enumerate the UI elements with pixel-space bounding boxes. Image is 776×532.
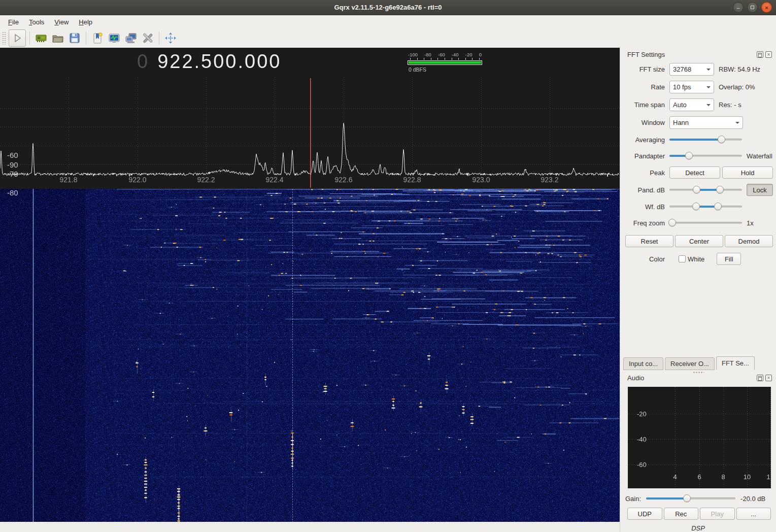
title-bar: Gqrx v2.11.5-12-g6e92a6a76 - rtl=0 – × [0,0,776,15]
averaging-label: Averaging [625,136,665,144]
reset-button[interactable]: Reset [625,235,673,247]
meter-tick-label: 0 [479,52,482,57]
fullscreen-button[interactable] [163,30,178,46]
bookmarks-button[interactable] [90,30,105,46]
color-label: Color [625,255,665,263]
open-file-button[interactable] [50,30,65,46]
rate-select[interactable]: 10 fps [669,81,714,93]
frequency-value[interactable]: 922.500.000 [157,51,281,73]
float-panel-icon[interactable] [757,51,763,58]
pand-db-label: Pand. dB [625,186,665,194]
meter-tick-label: -80 [424,52,431,57]
audio-db-label: -40 [637,436,647,443]
play-button[interactable]: Play [700,508,735,520]
range-high-handle[interactable] [714,203,722,210]
audio-freq-label: 8 [721,473,725,481]
meter-tick-label: -60 [438,52,445,57]
peak-hold-button[interactable]: Hold [722,167,773,179]
dsp-footer-label: DSP [620,524,776,532]
io-devices-button[interactable] [33,30,49,46]
close-panel-icon[interactable]: × [765,51,772,58]
window-select[interactable]: Hann [669,116,743,129]
freq-axis-label: 922.0 [128,176,146,184]
range-low-handle[interactable] [692,203,700,210]
udp-button[interactable]: UDP [627,508,662,520]
audio-gain-slider[interactable] [646,494,735,503]
freq-zoom-slider[interactable] [669,219,742,227]
range-high-handle[interactable] [716,186,724,193]
freq-zoom-label: Freq zoom [625,219,665,227]
dock-tab-bar: Input co... Receiver O... FFT Se... [620,357,776,370]
pandapter[interactable]: 0 922.500.000 -100 -80 -60 -40 -20 0 0 d… [0,48,620,189]
gain-label: Gain: [625,495,641,503]
fft-settings-title: FFT Settings [627,51,757,58]
tab-input-controls[interactable]: Input co... [623,357,663,370]
rate-label: Rate [625,83,665,91]
tools-button[interactable] [140,30,155,46]
db-axis-label: -80 [7,188,18,197]
fill-button[interactable]: Fill [717,253,741,265]
center-button[interactable]: Center [675,235,723,247]
rec-button[interactable]: Rec [664,508,699,520]
close-panel-icon[interactable]: × [765,375,772,381]
start-dsp-button[interactable] [9,29,26,47]
bottom-strip [0,522,620,532]
menu-bar: File Tools View Help [0,15,776,28]
freq-axis-label: 922.6 [334,176,352,184]
minimize-button[interactable]: – [733,2,744,13]
peak-detect-button[interactable]: Detect [669,167,720,179]
frequency-display[interactable]: 0 922.500.000 [137,51,281,73]
lock-button[interactable]: Lock [747,184,773,196]
averaging-slider[interactable] [669,136,742,144]
chevron-down-icon [735,122,739,124]
wrench-screwdriver-icon [141,31,154,45]
pand-db-range-slider[interactable] [669,186,742,194]
screenshot-button[interactable] [123,30,139,46]
time-span-select[interactable]: Auto [669,98,714,111]
play-icon [12,32,23,44]
float-panel-icon[interactable] [757,375,763,381]
waterfall[interactable] [0,189,620,522]
gqrx-window: Gqrx v2.11.5-12-g6e92a6a76 - rtl=0 – × F… [0,0,776,532]
toolbar-grip[interactable] [2,31,6,45]
chevron-down-icon [706,104,711,106]
white-checkbox-label: White [688,255,704,263]
wf-db-range-slider[interactable] [669,203,742,211]
fft-size-select[interactable]: 32768 [669,63,714,76]
tab-fft-settings[interactable]: FFT Se... [716,356,755,370]
fft-size-label: FFT size [625,65,665,73]
slider-handle[interactable] [668,219,676,226]
bookmark-icon [91,31,104,45]
pandapter-waterfall-slider[interactable] [669,152,742,160]
dock-splitter-handle[interactable] [620,371,776,374]
meter-caption: 0 dBFS [408,66,482,73]
slider-handle[interactable] [718,136,725,143]
audio-freq-label: 10 [744,473,751,481]
freq-axis-label: 923.2 [541,176,558,184]
maximize-button[interactable] [747,2,758,13]
menu-file[interactable]: File [3,16,24,28]
menu-tools[interactable]: Tools [24,16,49,28]
spectrum-plot[interactable] [0,48,620,189]
slider-handle[interactable] [683,494,691,502]
freq-axis-label: 922.8 [403,176,421,184]
frequency-ghz-digit[interactable]: 0 [137,51,149,73]
wf-db-label: Wf. dB [625,203,665,211]
window-label: Window [625,119,665,126]
audio-db-label: -20 [637,410,647,418]
white-checkbox[interactable] [679,255,686,262]
audio-title: Audio [627,374,757,382]
range-low-handle[interactable] [693,186,700,193]
save-button[interactable] [67,30,82,46]
demod-button[interactable]: Demod [725,235,773,247]
dsp-monitor-button[interactable] [107,30,122,46]
close-button[interactable]: × [761,2,772,13]
toolbar [0,28,776,48]
tab-receiver-options[interactable]: Receiver O... [665,357,715,370]
slider-handle[interactable] [685,152,693,159]
more-button[interactable]: ... [736,508,771,520]
menu-help[interactable]: Help [74,16,97,28]
audio-spectrum-plot[interactable]: -20 -40 -60 4 6 8 10 1 [628,387,771,488]
freq-axis-label: 922.4 [265,176,283,184]
menu-view[interactable]: View [49,16,74,28]
